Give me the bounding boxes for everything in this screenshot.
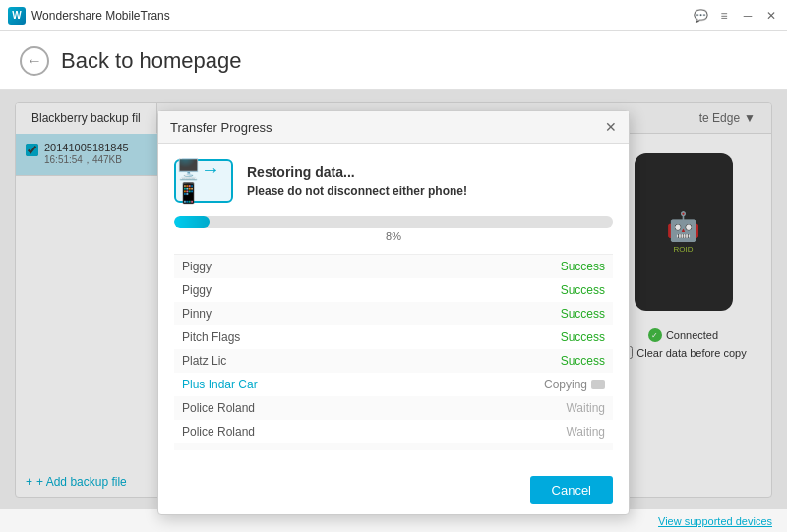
item-status: Copying <box>544 378 605 391</box>
list-item: PinnySuccess <box>174 302 613 325</box>
item-name: Pinny <box>182 307 212 321</box>
modal-title: Transfer Progress <box>170 120 272 135</box>
list-item: PiggySuccess <box>174 278 613 302</box>
list-item: Police RolandWaiting <box>174 396 613 420</box>
item-name: Police Roland <box>182 425 255 439</box>
copy-progress-bar <box>591 380 605 389</box>
chat-icon[interactable]: 💬 <box>693 8 708 24</box>
list-item: Platz LicSuccess <box>174 349 613 373</box>
status-row: 🖥️→📱 Restoring data... Please do not dis… <box>174 159 613 203</box>
progress-container: 8% <box>174 216 613 242</box>
item-status: Waiting <box>566 448 605 450</box>
item-name: Pitch Flags <box>182 330 240 344</box>
transfer-device-icon: 🖥️→📱 <box>174 159 233 203</box>
view-supported-devices-link[interactable]: View supported devices <box>658 515 772 527</box>
close-button[interactable]: ✕ <box>763 8 779 24</box>
item-status: Waiting <box>566 401 605 415</box>
item-status: Success <box>561 330 605 344</box>
item-status: Success <box>561 260 605 273</box>
item-name: Poodle <box>182 448 218 450</box>
item-status: Waiting <box>566 425 605 439</box>
item-name: Plus Indar Car <box>182 378 258 391</box>
list-item: PoodleWaiting <box>174 443 613 450</box>
progress-track <box>174 216 613 228</box>
header: ← Back to homepage <box>0 31 787 90</box>
item-name: Platz Lic <box>182 354 226 368</box>
app-title: Wondershare MobileTrans <box>31 9 693 23</box>
window-controls: 💬 ≡ ─ ✕ <box>693 8 779 24</box>
item-status: Success <box>561 354 605 368</box>
transfer-progress-modal: Transfer Progress ✕ 🖥️→📱 Restoring data.… <box>157 110 630 515</box>
titlebar: W Wondershare MobileTrans 💬 ≡ ─ ✕ <box>0 0 787 31</box>
status-text-group: Restoring data... Please do not disconne… <box>247 164 467 198</box>
back-button[interactable]: ← <box>20 46 49 76</box>
app-icon: W <box>8 7 26 25</box>
page-title: Back to homepage <box>61 48 241 74</box>
minimize-button[interactable]: ─ <box>740 8 756 24</box>
status-sub: Please do not disconnect either phone! <box>247 184 467 198</box>
progress-fill <box>174 216 210 228</box>
item-name: Piggy <box>182 260 212 273</box>
modal-overlay: Transfer Progress ✕ 🖥️→📱 Restoring data.… <box>0 90 787 509</box>
item-status: Success <box>561 307 605 321</box>
cancel-button[interactable]: Cancel <box>530 476 613 504</box>
item-name: Piggy <box>182 283 212 297</box>
items-list: PiggySuccessPiggySuccessPinnySuccessPitc… <box>174 254 613 450</box>
content-area: Blackberry backup fil te Edge ▼ 20141005… <box>0 90 787 509</box>
main-container: ← Back to homepage Blackberry backup fil… <box>0 31 787 532</box>
modal-body: 🖥️→📱 Restoring data... Please do not dis… <box>158 144 629 466</box>
status-main: Restoring data... <box>247 164 467 180</box>
item-name: Police Roland <box>182 401 255 415</box>
progress-label: 8% <box>174 230 613 242</box>
list-item: PiggySuccess <box>174 255 613 278</box>
modal-footer: Cancel <box>158 466 629 514</box>
list-item: Police RolandWaiting <box>174 420 613 443</box>
list-item: Pitch FlagsSuccess <box>174 325 613 349</box>
item-status: Success <box>561 283 605 297</box>
list-item: Plus Indar CarCopying <box>174 373 613 396</box>
modal-header: Transfer Progress ✕ <box>158 111 629 144</box>
modal-close-button[interactable]: ✕ <box>605 119 617 135</box>
menu-icon[interactable]: ≡ <box>716 8 732 24</box>
